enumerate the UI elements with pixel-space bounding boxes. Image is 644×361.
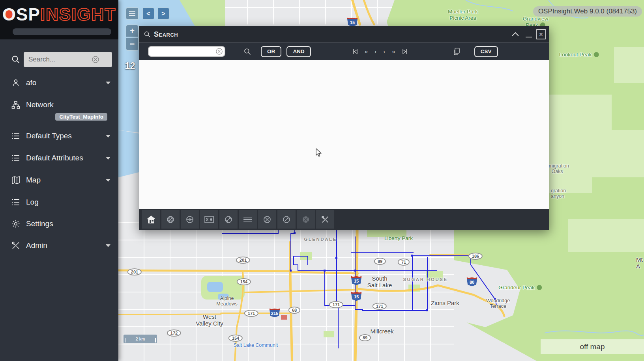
globe-x-icon (263, 216, 271, 223)
off-map-band: off map (541, 339, 644, 354)
chevron-up-icon (511, 32, 519, 37)
list-icon (11, 197, 21, 207)
prev-page-icon[interactable]: ‹ (374, 48, 376, 54)
map-label: South Salt Lake (367, 275, 392, 289)
map-icon (11, 175, 21, 185)
sidebar-item-log[interactable]: Log (11, 194, 110, 210)
user-icon (11, 78, 21, 87)
sphere-x-button[interactable] (297, 210, 315, 229)
road-shield: 154 (237, 278, 251, 285)
cables-button[interactable] (239, 210, 257, 229)
search-icon (11, 55, 21, 64)
clear-input-icon[interactable] (215, 48, 223, 55)
map-label: gration anyon (551, 188, 566, 199)
zoom-out-button[interactable]: − (125, 38, 139, 51)
app-logo: OSPINSIGHT (0, 5, 118, 24)
road-shield: 215 (270, 308, 280, 318)
sidebar-search-row (0, 52, 118, 67)
results-area[interactable] (139, 60, 549, 209)
list-icon (11, 131, 21, 141)
road-shield: 171 (373, 303, 387, 310)
sphere-x-icon (302, 216, 310, 223)
road-shield: 172 (167, 329, 181, 337)
tools-icon (321, 215, 329, 224)
logo-underbar (13, 28, 111, 35)
road-shield: 15 (347, 17, 358, 27)
first-page-icon[interactable] (353, 49, 358, 54)
dialog-titlebar[interactable]: Search ✕ (139, 26, 549, 43)
last-page-icon[interactable] (402, 49, 407, 54)
mouse-cursor (316, 148, 323, 158)
copy-icon[interactable] (453, 48, 460, 56)
compass-alt-icon (283, 216, 290, 223)
map-image-button[interactable] (200, 210, 218, 229)
next-page-icon[interactable]: › (383, 48, 385, 54)
sidebar-item-default-types[interactable]: Default Types (11, 128, 110, 144)
sidebar-item-settings[interactable]: Settings (11, 216, 110, 232)
pan-icon (186, 216, 194, 223)
tools-button[interactable] (316, 210, 334, 229)
map-label: West Valley City (196, 313, 223, 327)
road-shield: 201 (236, 257, 250, 264)
search-field-wrap (148, 46, 225, 57)
sidebar-item-network[interactable]: Network (11, 97, 110, 113)
list-icon (11, 153, 21, 163)
road-shield: 171 (244, 310, 258, 317)
minimize-button[interactable] (524, 26, 534, 43)
prev-fast-icon[interactable]: « (365, 48, 368, 54)
clear-search-icon[interactable] (92, 56, 99, 63)
or-button[interactable]: OR (261, 46, 281, 57)
close-icon: ✕ (536, 29, 546, 39)
sidebar-item-map[interactable]: Map (11, 172, 110, 188)
compass-button[interactable] (219, 210, 238, 229)
map-label: SUGAR HOUSE (403, 277, 447, 282)
dialog-footer-toolbar (139, 209, 549, 230)
csv-export-button[interactable]: CSV (474, 46, 498, 57)
search-icon (144, 31, 151, 38)
chevron-down-icon (106, 135, 110, 138)
map-label: Millcreek (370, 328, 393, 335)
next-fast-icon[interactable]: » (392, 48, 395, 54)
map-label: Liberty Park (384, 235, 413, 242)
collapse-button[interactable] (510, 26, 521, 43)
zoom-in-button[interactable]: + (125, 24, 139, 37)
compass-alt-button[interactable] (277, 210, 296, 229)
road-shield: 154 (228, 335, 243, 342)
sidebar-item-label: Map (26, 176, 41, 184)
map-forward-button[interactable]: > (157, 7, 170, 20)
globe-x-button[interactable] (258, 210, 276, 229)
app-window: Mueller Park Picnic AreaGrandview PeakLo… (0, 0, 644, 361)
home-icon (147, 216, 155, 223)
sidebar-item-user[interactable]: afo (11, 75, 110, 91)
sidebar-item-default-attributes[interactable]: Default Attributes (11, 150, 110, 166)
map-label: GLENDALE (304, 237, 337, 242)
chevron-down-icon (106, 157, 110, 160)
sidebar-item-label: afo (26, 78, 36, 87)
dialog-title: Search (154, 30, 178, 39)
map-back-button[interactable]: < (142, 7, 155, 20)
close-button[interactable]: ✕ (536, 26, 546, 43)
pan-button[interactable] (181, 210, 199, 229)
map-menu-button[interactable] (125, 7, 139, 20)
dialog-search-input[interactable] (148, 46, 225, 57)
home-button[interactable] (142, 210, 160, 229)
and-button[interactable]: AND (286, 46, 311, 57)
road-shield: 15 (351, 275, 362, 285)
result-pager: « ‹ › » (353, 48, 407, 54)
sidebar-item-label: Default Attributes (26, 154, 83, 162)
tools-icon (11, 241, 21, 250)
sidebar-item-label: Log (26, 198, 39, 207)
run-search-icon[interactable] (243, 48, 251, 56)
map-label: Lookout Peak (559, 52, 599, 58)
road-shield: 15 (351, 291, 362, 301)
network-badge: CityTest_MapInfo (55, 113, 107, 121)
map-label: Mueller Park Picnic Area (448, 9, 478, 21)
cables-icon (243, 217, 253, 222)
sidebar-item-admin[interactable]: Admin (11, 238, 110, 253)
scale-bar: 2 km (124, 335, 157, 343)
sidebar-item-label: Admin (26, 241, 47, 250)
globe-weave-button[interactable] (161, 210, 180, 229)
road-shield: 171 (329, 301, 343, 308)
logo-sp: SP (16, 5, 40, 24)
logo-block: OSPINSIGHT (0, 0, 118, 39)
